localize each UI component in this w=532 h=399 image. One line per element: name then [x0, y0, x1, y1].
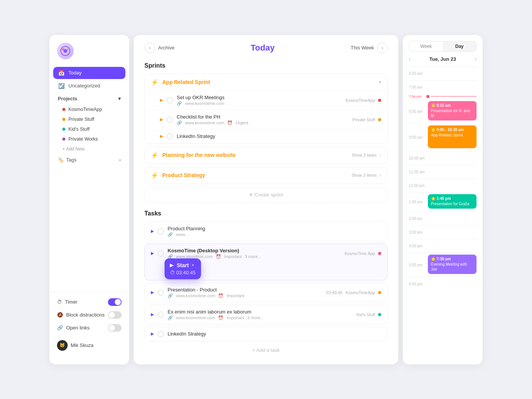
task-checkbox[interactable]	[167, 133, 173, 139]
event-app-related-sprint[interactable]: ⭐ 9:00 - 10:30 am App Related Sprint	[428, 125, 477, 148]
sprint-icon: ⚡	[151, 152, 158, 159]
time-slot-6am: 6:00 am	[409, 66, 477, 80]
timer-toggle[interactable]	[108, 298, 122, 306]
check-icon: ☑️	[58, 83, 65, 89]
sidebar-item-label: Uncategorized	[68, 83, 100, 89]
task-play-button[interactable]: ▶	[160, 117, 163, 122]
project-item-privatestuff[interactable]: Private Stuff	[53, 114, 125, 124]
sidebar-item-uncategorized[interactable]: ☑️ Uncategorized	[53, 80, 125, 92]
task-checkbox[interactable]	[158, 312, 164, 318]
calendar-timeline: 6:00 am 7:00 am 7:54 pm 8:00 am	[409, 66, 477, 291]
prev-arrow[interactable]: ‹	[144, 43, 155, 53]
project-dot	[378, 118, 381, 121]
archive-button[interactable]: Archive	[158, 45, 174, 51]
main-header: ‹ Archive Today This Week ›	[144, 43, 388, 53]
calendar-tabs: Week Day	[409, 41, 477, 52]
task-tag: Important	[226, 315, 244, 320]
start-play-icon: ▶	[170, 262, 174, 268]
task-url: www.kosmotime.com	[185, 120, 224, 125]
sprint-app-related: ⚡ App Related Sprint ▾ ▶ Set up OKR Meet…	[144, 74, 388, 144]
block-toggle[interactable]	[108, 311, 122, 319]
current-time-line	[431, 96, 477, 97]
sprint-name: App Related Sprint	[162, 79, 210, 85]
add-task-button[interactable]: + Add a task	[144, 344, 388, 357]
time-slot-7am: 7:00 am	[409, 80, 477, 94]
tag-icon: 🏷️	[58, 157, 64, 163]
task-play-button[interactable]: ▶	[151, 229, 154, 234]
cal-prev-arrow[interactable]: ‹	[409, 56, 410, 62]
task-play-button[interactable]: ▶	[151, 331, 154, 336]
calendar-icon: 📅	[58, 70, 65, 76]
task-name: LinkedIn Strategy	[168, 331, 381, 337]
tab-week[interactable]: Week	[409, 41, 443, 51]
task-play-button[interactable]: ▶	[151, 290, 154, 295]
event-presentation-nm[interactable]: ⭐ 8:15 am Presentation for N. and M	[428, 101, 477, 120]
time-slot-6pm: 6:00 pm	[409, 277, 477, 291]
add-new-project[interactable]: + Add New	[53, 144, 125, 154]
project-dot	[62, 118, 65, 121]
chevron-down-icon: ▾	[118, 96, 121, 101]
show-items-label: Show 2 tasks	[352, 153, 377, 157]
task-tag: Important	[226, 293, 244, 298]
task-checkbox[interactable]	[158, 228, 164, 234]
task-play-button[interactable]: ▶	[151, 251, 154, 256]
task-extra: 3 more...	[247, 315, 264, 320]
tags-section[interactable]: 🏷️ Tags ‹	[53, 154, 125, 166]
tab-day[interactable]: Day	[443, 41, 476, 51]
task-ex-enim: ▶ Ex enim nisi anim laborum ex laborum 🔗…	[144, 305, 388, 325]
project-item-privateworks[interactable]: Private Works	[53, 134, 125, 144]
links-toggle[interactable]	[108, 324, 122, 332]
sprint-expand-icon[interactable]: ‹	[380, 152, 381, 158]
start-dropdown-icon[interactable]: ▾	[192, 263, 194, 267]
task-checkbox[interactable]	[167, 97, 173, 103]
sprint-collapse-icon[interactable]: ▾	[379, 79, 381, 85]
projects-section[interactable]: Projects ▾	[53, 93, 125, 104]
task-play-button[interactable]: ▶	[160, 98, 163, 103]
project-item-kidsstuff[interactable]: Kid's Stuff	[53, 124, 125, 134]
sprint-icon: ⚡	[151, 79, 158, 86]
task-project: Private Stuff	[352, 117, 375, 122]
create-sprint-button[interactable]: ✦ Create sprint	[144, 187, 388, 203]
sprint-expand-icon[interactable]: ‹	[380, 173, 381, 178]
time-slot-4pm: 4:00 pm	[409, 239, 477, 253]
task-checkbox[interactable]	[158, 331, 164, 337]
start-label[interactable]: Start	[177, 262, 189, 268]
project-dot	[62, 138, 65, 141]
this-week-label: This Week	[351, 45, 374, 51]
link-icon: 🔗	[57, 325, 63, 331]
calendar-body: 6:00 am 7:00 am 7:54 pm 8:00 am	[409, 66, 477, 358]
current-time-dot	[426, 95, 429, 98]
task-project: KosmoTimeApp	[345, 98, 375, 103]
task-presentation-product: ▶ Presentation - Product 🔗 www.kosmotime…	[144, 283, 388, 302]
sprint-product-strategy: ⚡ Product Strategy Show 3 items ‹	[144, 167, 388, 184]
time-slot-12pm: 12:00 pm	[409, 179, 477, 192]
link-icon: 🔗	[168, 293, 173, 298]
tag-icon-small: ⏰	[218, 315, 223, 320]
event-evening-meeting[interactable]: ⭐ 7:30 pm Evening Meeting with Joe	[428, 255, 477, 274]
cal-next-arrow[interactable]: ›	[475, 56, 477, 62]
task-play-button[interactable]: ▶	[160, 134, 163, 139]
sprint-header[interactable]: ⚡ App Related Sprint ▾	[145, 74, 387, 90]
show-items-label: Show 3 items	[352, 173, 377, 177]
task-name: Ex enim nisi anim laborum ex laborum	[168, 309, 353, 315]
calendar-date: Tue, Jun 23	[429, 56, 456, 62]
time-slot-5pm: 5:00 pm ⭐ 7:30 pm Evening Meeting with J…	[409, 253, 477, 277]
svg-point-2	[62, 48, 64, 51]
project-item-kosmotimeapp[interactable]: KosmoTimeApp	[53, 104, 125, 114]
task-url: www.kosmotime.com	[176, 293, 215, 298]
event-presentation-graza[interactable]: ⭐ 1:45 pm Presentation for Graža	[428, 194, 477, 209]
project-dot	[378, 252, 381, 255]
next-arrow[interactable]: ›	[377, 43, 388, 53]
task-play-button[interactable]: ▶	[151, 312, 154, 317]
sidebar-item-today[interactable]: 📅 Today	[53, 67, 125, 79]
task-name: KosmoTime (Desktop Version)	[168, 248, 341, 253]
time-slot-9am: 9:00 am ⭐ 9:00 - 10:30 am App Related Sp…	[409, 124, 477, 151]
timer-row: ⏱ Timer	[57, 298, 122, 306]
task-checkbox[interactable]	[158, 250, 164, 256]
project-dot	[378, 313, 381, 316]
task-checkbox[interactable]	[167, 117, 173, 123]
task-timer: 03:40:45	[326, 290, 342, 295]
task-name: Presentation - Product	[168, 287, 322, 293]
task-checkbox[interactable]	[158, 290, 164, 296]
time-slot-1pm: 1:00 pm ⭐ 1:45 pm Presentation for Graža	[409, 192, 477, 212]
